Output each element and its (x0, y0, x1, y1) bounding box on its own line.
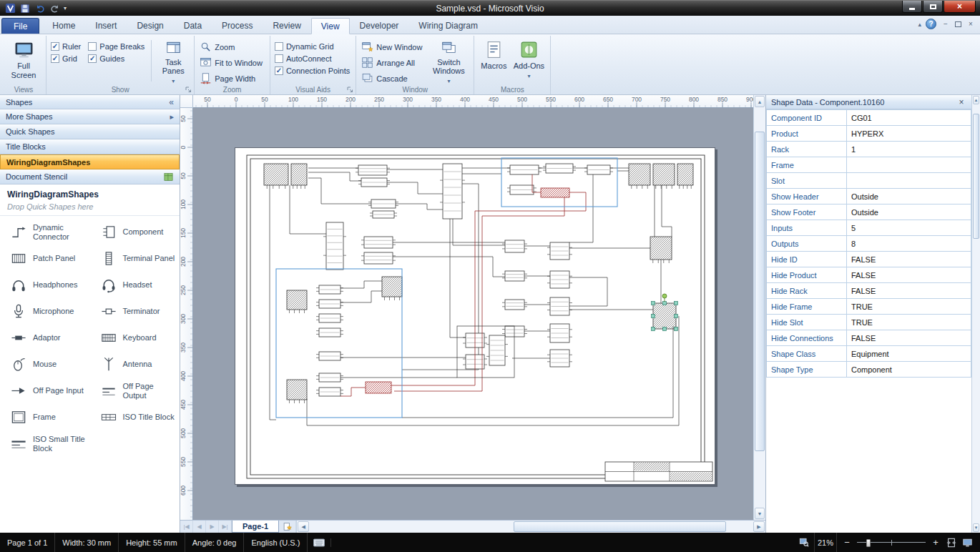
undo-icon[interactable] (34, 2, 46, 15)
shape-data-header[interactable]: Shape Data - Component.10160 × (766, 95, 971, 109)
customize-quick-access-icon[interactable]: ▾ (64, 5, 71, 11)
minimize-button[interactable] (902, 1, 922, 13)
panel-scrollbar[interactable]: ▲ ▼ (971, 95, 980, 533)
language-keyboard-button[interactable] (308, 538, 331, 547)
full-screen-button[interactable]: Full Screen (4, 37, 43, 84)
width-indicator[interactable]: Width: 30 mm (55, 533, 119, 552)
drawing-canvas[interactable] (193, 108, 753, 520)
scroll-down-icon[interactable]: ▼ (755, 508, 765, 519)
height-indicator[interactable]: Height: 55 mm (119, 533, 185, 552)
collapse-panel-icon[interactable]: « (169, 97, 174, 107)
vertical-scrollbar[interactable]: ▲ ▼ (753, 95, 765, 520)
shape-data-value[interactable]: FALSE (847, 330, 971, 346)
shape-data-value[interactable]: Component (847, 362, 971, 378)
stencil-section-title-blocks[interactable]: Title Blocks (0, 139, 180, 154)
shape-data-value[interactable] (847, 157, 971, 173)
fit-page-button[interactable] (946, 536, 957, 549)
previous-page-button[interactable]: ◀ (193, 521, 206, 533)
checkbox-box-icon[interactable]: ✓ (51, 54, 59, 63)
stencil-shape-component[interactable]: Component (90, 219, 180, 245)
stencil-section-more-shapes[interactable]: More Shapes▸ (0, 109, 180, 124)
scroll-up-icon[interactable]: ▲ (755, 96, 765, 107)
close-icon[interactable]: × (956, 97, 966, 107)
shapes-panel-header[interactable]: Shapes « (0, 95, 180, 109)
scroll-track[interactable] (972, 105, 980, 523)
page-width-button[interactable]: Page Width (197, 71, 267, 86)
shape-data-value[interactable]: Outside (847, 189, 971, 204)
checkbox-grid[interactable]: ✓Grid (49, 52, 84, 64)
visio-app-icon[interactable] (4, 2, 16, 15)
first-page-button[interactable]: |◀ (180, 521, 193, 533)
shape-data-value[interactable]: FALSE (847, 252, 971, 267)
full-screen-status-button[interactable] (961, 536, 973, 549)
tab-process[interactable]: Process (212, 18, 263, 34)
scroll-track[interactable] (310, 521, 753, 533)
checkbox-dynamic-grid[interactable]: Dynamic Grid (273, 40, 353, 52)
drawing-page[interactable] (235, 147, 715, 485)
tab-wiring-diagram[interactable]: Wiring Diagram (408, 18, 488, 34)
stencil-shape-antenna[interactable]: Antenna (90, 351, 180, 378)
tab-view[interactable]: View (311, 18, 350, 34)
page-indicator[interactable]: Page 1 of 1 (0, 533, 55, 552)
insert-page-button[interactable] (279, 521, 296, 533)
dialog-launcher-icon[interactable] (185, 86, 192, 94)
checkbox-connection-points[interactable]: ✓Connection Points (273, 64, 353, 77)
checkbox-box-icon[interactable]: ✓ (88, 54, 97, 63)
tab-home[interactable]: Home (42, 18, 85, 34)
checkbox-box-icon[interactable] (275, 42, 283, 51)
scroll-track[interactable] (754, 108, 765, 507)
scroll-thumb[interactable] (514, 521, 726, 532)
stencil-shape-frame[interactable]: Frame (0, 404, 90, 430)
doc-minimize-icon[interactable]: − (941, 20, 951, 28)
macros-button[interactable]: Macros (477, 37, 510, 84)
stencil-shape-keyboard[interactable]: Keyboard (90, 325, 180, 351)
stencil-section-quick-shapes[interactable]: Quick Shapes (0, 124, 180, 139)
angle-indicator[interactable]: Angle: 0 deg (185, 533, 245, 552)
shape-data-value[interactable]: TRUE (847, 315, 971, 330)
close-button[interactable]: × (944, 1, 976, 13)
shape-data-value[interactable]: HYPERX (847, 126, 971, 142)
save-icon[interactable] (19, 2, 31, 15)
scroll-up-icon[interactable]: ▲ (973, 96, 979, 104)
zoom-in-button[interactable]: + (930, 536, 941, 549)
zoom-out-button[interactable]: − (841, 536, 853, 549)
arrange-all-button[interactable]: Arrange All (359, 55, 426, 70)
stencil-shape-terminator[interactable]: Terminator (90, 298, 180, 325)
stencil-shape-headset[interactable]: Headset (90, 272, 180, 298)
horizontal-scrollbar[interactable]: ◀ ▶ (296, 521, 765, 533)
maximize-button[interactable] (923, 1, 943, 13)
checkbox-box-icon[interactable]: ✓ (275, 66, 283, 75)
last-page-button[interactable]: ▶| (219, 521, 232, 533)
stencil-shape-iso-title-block[interactable]: ISO Title Block (90, 404, 180, 430)
tab-developer[interactable]: Developer (350, 18, 409, 34)
zoom-slider[interactable] (857, 538, 926, 548)
shape-data-value[interactable]: CG01 (847, 110, 971, 126)
zoom-button[interactable]: Zoom (197, 39, 267, 54)
tab-insert[interactable]: Insert (85, 18, 127, 34)
stencil-shape-headphones[interactable]: Headphones (0, 272, 90, 298)
scroll-down-icon[interactable]: ▼ (973, 523, 979, 532)
page-tab-page-1[interactable]: Page-1 (232, 521, 279, 533)
scroll-thumb[interactable] (755, 132, 765, 450)
shape-data-value[interactable]: 8 (847, 236, 971, 252)
tab-data[interactable]: Data (174, 18, 212, 34)
doc-restore-icon[interactable] (955, 21, 961, 27)
zoom-level[interactable]: 21% (814, 533, 837, 552)
scroll-left-icon[interactable]: ◀ (298, 521, 309, 532)
stencil-shape-terminal-panel[interactable]: Terminal Panel (90, 245, 180, 272)
next-page-button[interactable]: ▶ (206, 521, 219, 533)
switch-windows-button[interactable]: Switch Windows ▾ (426, 37, 471, 84)
cascade-button[interactable]: Cascade (359, 71, 426, 86)
stencil-shape-off-page-input[interactable]: Off Page Input (0, 378, 90, 404)
checkbox-ruler[interactable]: ✓Ruler (49, 40, 84, 52)
checkbox-box-icon[interactable] (88, 42, 97, 51)
checkbox-page-breaks[interactable]: Page Breaks (87, 40, 147, 52)
redo-icon[interactable] (49, 2, 62, 15)
shape-data-value[interactable]: 1 (847, 142, 971, 157)
new-window-button[interactable]: New Window (359, 39, 426, 54)
checkbox-autoconnect[interactable]: AutoConnect (273, 52, 353, 64)
tab-file[interactable]: File (1, 18, 39, 34)
language-indicator[interactable]: English (U.S.) (244, 533, 308, 552)
task-panes-button[interactable]: Task Panes ▾ (155, 37, 191, 84)
shape-data-value[interactable]: Equipment (847, 346, 971, 362)
